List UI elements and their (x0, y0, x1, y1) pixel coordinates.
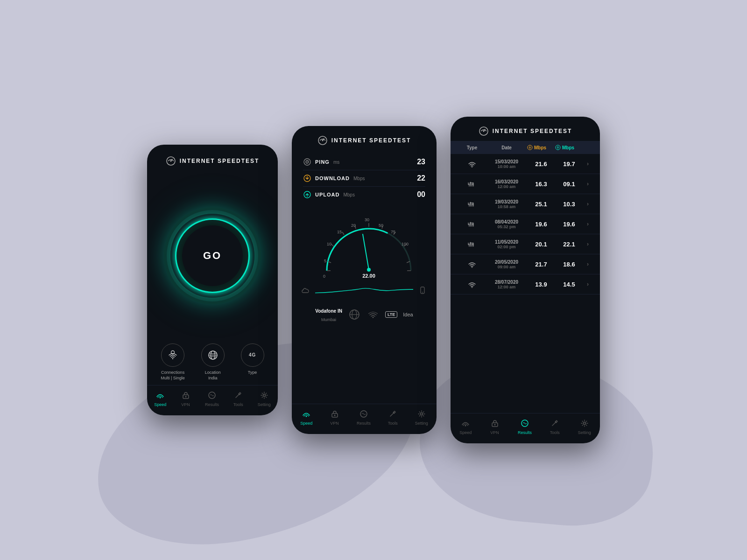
ping-value: 23 (417, 158, 425, 166)
speedtest-icon-s3 (479, 126, 489, 136)
table-row[interactable]: LTE 16/03/2020 12:00 am 16.3 09.1 › (451, 174, 600, 194)
download-left: DOWNLOAD Mbps (303, 174, 365, 182)
mobile-icon (418, 286, 427, 295)
connections-icon-circle (161, 343, 184, 367)
svg-point-9 (185, 396, 186, 398)
row-type-icon: LTE (458, 219, 486, 229)
svg-point-47 (372, 317, 374, 318)
signal-waves-icon (366, 308, 380, 321)
screen1-bottom-nav: Speed VPN R (147, 385, 278, 415)
svg-text:50: 50 (379, 223, 383, 228)
nav-results-s1[interactable]: Results (205, 390, 219, 407)
svg-point-11 (263, 394, 265, 397)
screen3-title: INTERNET SPEEDTEST (493, 128, 572, 134)
nav-vpn-s1[interactable]: VPN (181, 390, 191, 407)
svg-point-66 (494, 424, 495, 426)
speed-label-s3: Speed (459, 430, 472, 435)
ul-header: Mbps (555, 145, 583, 150)
vodafone-section: Vodafone IN Mumbai LTE Idea (292, 301, 437, 329)
svg-point-52 (420, 413, 423, 415)
lte-row-icon: LTE (467, 239, 477, 249)
screen3-results: INTERNET SPEEDTEST Type Date Mbps (451, 117, 600, 443)
row-dl: 20.1 (527, 241, 555, 248)
table-row[interactable]: 28/07/2020 12:00 am 13.9 14.5 › (451, 274, 600, 294)
row-dl: 19.6 (527, 221, 555, 228)
nav-speed-s1[interactable]: Speed (154, 390, 166, 407)
svg-point-7 (160, 397, 161, 399)
row-arrow: › (583, 261, 592, 267)
download-label: DOWNLOAD (315, 175, 350, 181)
setting-label-s1: Setting (258, 402, 271, 407)
results-nav-icon-s3 (520, 418, 530, 428)
speed-label-s2: Speed (300, 421, 312, 426)
svg-text:5: 5 (324, 259, 326, 263)
upload-unit: Mbps (343, 192, 354, 197)
nav-vpn-s3[interactable]: VPN (490, 418, 500, 435)
globe-icon (207, 349, 219, 361)
table-row[interactable]: LTE 19/03/2020 10:58 am 25.1 10.3 › (451, 194, 600, 214)
connections-item[interactable]: Connections Multi | Single (161, 343, 184, 381)
idea-label: Idea (403, 312, 413, 317)
screen2-header: INTERNET SPEEDTEST (292, 126, 437, 150)
col-dl: Mbps (527, 145, 555, 150)
table-row[interactable]: LTE 11/05/2020 02:00 pm 20.1 22.1 › (451, 234, 600, 254)
wifi-icon (167, 349, 179, 361)
nav-setting-s3[interactable]: Setting (578, 418, 591, 435)
speedtest-icon-s2 (317, 135, 328, 146)
go-button[interactable]: GO (203, 250, 222, 262)
nav-tools-s3[interactable]: Tools (550, 418, 560, 435)
svg-text:20: 20 (351, 223, 356, 228)
nav-speed-s2[interactable]: Speed (300, 409, 312, 426)
vpn-nav-icon-s1 (181, 390, 191, 400)
nav-setting-s1[interactable]: Setting (258, 390, 271, 407)
svg-point-1 (170, 161, 171, 162)
svg-point-57 (472, 167, 472, 168)
svg-text:30: 30 (365, 217, 369, 222)
nav-speed-s3[interactable]: Speed (459, 418, 472, 435)
download-row: DOWNLOAD Mbps 22 (303, 170, 425, 187)
table-row[interactable]: 20/05/2020 09:00 am 21.7 18.6 › (451, 254, 600, 274)
row-date: 15/03/2020 10:00 am (486, 159, 527, 169)
type-icon-circle: 4G (241, 343, 264, 367)
speedometer-container: 0 5 10 15 20 30 50 75 100 22.00 (292, 203, 437, 280)
row-date: 08/04/2020 05:32 pm (486, 219, 527, 229)
results-table: 15/03/2020 10:00 am 21.6 19.7 › LTE 16/0… (451, 154, 600, 294)
results-nav-icon-s2 (359, 409, 369, 419)
row-ul: 18.6 (555, 261, 583, 268)
row-type-icon (458, 279, 486, 289)
download-unit: Mbps (353, 176, 365, 181)
screen2-title: INTERNET SPEEDTEST (331, 137, 411, 144)
tools-nav-icon-s2 (388, 409, 398, 419)
download-value: 22 (417, 174, 425, 182)
svg-point-2 (172, 358, 173, 359)
table-row[interactable]: 15/03/2020 10:00 am 21.6 19.7 › (451, 154, 600, 174)
vpn-nav-icon-s2 (330, 409, 340, 419)
type-item[interactable]: 4G Type (241, 343, 264, 381)
table-row[interactable]: LTE 08/04/2020 05:32 pm 19.6 19.6 › (451, 214, 600, 234)
svg-point-68 (583, 422, 585, 425)
wifi-row-icon (467, 259, 477, 269)
svg-point-13 (322, 140, 323, 141)
go-inner: GO (182, 225, 243, 286)
wave-chart (315, 284, 413, 298)
ping-icon (303, 158, 311, 166)
svg-line-22 (342, 232, 344, 235)
nav-results-s2[interactable]: Results (357, 409, 371, 426)
upload-row: UPLOAD Mbps 00 (303, 187, 425, 203)
lte-row-icon: LTE (467, 199, 477, 209)
row-dl: 16.3 (527, 181, 555, 188)
go-outer-ring[interactable]: GO (170, 214, 254, 298)
location-item[interactable]: Location India (201, 343, 225, 381)
nav-vpn-s2[interactable]: VPN (330, 409, 340, 426)
setting-label-s2: Setting (415, 421, 428, 426)
nav-tools-s2[interactable]: Tools (388, 409, 398, 426)
nav-setting-s2[interactable]: Setting (415, 409, 428, 426)
setting-nav-icon-s3 (579, 418, 590, 428)
nav-results-s3[interactable]: Results (518, 418, 532, 435)
row-arrow: › (583, 281, 592, 287)
cloud-icon (301, 286, 310, 295)
col-ul: Mbps (555, 145, 583, 150)
nav-tools-s1[interactable]: Tools (233, 390, 243, 407)
screen1-title: INTERNET SPEEDTEST (180, 158, 260, 164)
screen3-bottom-nav: Speed VPN R (451, 413, 600, 443)
